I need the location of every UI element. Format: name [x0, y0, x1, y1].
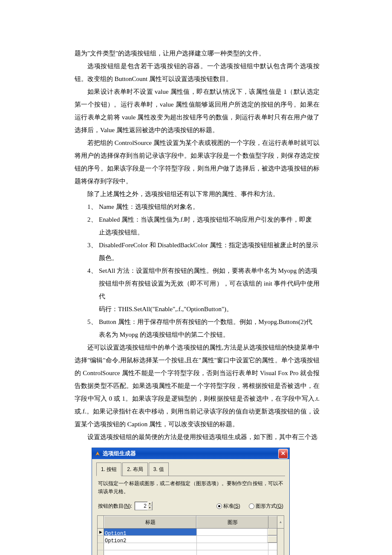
radio-standard[interactable]: 标准(S)	[216, 501, 240, 511]
scroll-up-icon[interactable]: ▲	[277, 516, 284, 528]
option-group-builder-dialog: 选项组生成器 ✕ 1. 按钮 2. 布局 3. 值 可以指定一个标题或图形，或二…	[92, 448, 290, 555]
row-indicator-icon	[98, 536, 104, 543]
table-row	[98, 550, 277, 555]
list-item-5: 5、Button 属性：用于保存组中所有按钮的一个数组。例如，Myopg.But…	[75, 315, 320, 328]
count-label: 按钮的数目(N):	[98, 501, 132, 511]
paragraph: 还可以设置选项按钮组中的单个选项按钮的属性,方法是从选项按钮组的快捷菜单中选择"…	[75, 341, 320, 431]
vertical-scrollbar[interactable]: ▼	[277, 529, 284, 555]
tab-strip: 1. 按钮 2. 布局 3. 值	[96, 462, 285, 476]
cell-graphic[interactable]	[197, 536, 268, 543]
col-header-graphic[interactable]: 图形	[196, 516, 268, 528]
grid-corner	[98, 516, 104, 528]
browse-button[interactable]	[268, 529, 277, 535]
cell-title[interactable]: Option1	[104, 529, 197, 535]
radio-icon	[216, 503, 222, 509]
paragraph: 设置选项按钮组的最简便的方法是使用按钮选项组生成器，如下图，其中有三个选	[75, 431, 320, 443]
col-header-title[interactable]: 标题	[104, 516, 196, 528]
table-row[interactable]: Option2	[98, 536, 277, 543]
close-icon[interactable]: ✕	[278, 449, 288, 459]
hint-text: 可以指定一个标题或图形，或二者都指定（图形选项）。要制作空白按钮，可以不填该单元…	[98, 480, 283, 496]
paragraph: 选项按钮组是包含若干选项按钮的容器。一个选项按钮组中默认包含两个选项按钮。改变组…	[75, 60, 320, 85]
list-item-5-cont: 表名为 Myopg 的选项按钮组中的第二个按钮。	[75, 328, 320, 341]
list-item-1: 1、Name 属性：选项按钮组的对象名。	[75, 200, 320, 213]
list-item-4: 4、SetAll 方法：设置组中所有按钮的属性。例如，要将表单中名为 Myopg…	[75, 264, 320, 277]
paragraph: 如果设计表单时不设置 value 属性值，即在默认情况下，该属性值是 1（默认选…	[75, 85, 320, 136]
list-item-4-cont2: 码行：THIS.SetAll("Enable",.f.,"OptionButto…	[75, 303, 320, 315]
document-body: 题为"文件类型"的选项按钮组，让用户选择建立哪一种类型的文件。 选项按钮组是包含…	[0, 0, 392, 555]
count-value: 2	[135, 501, 147, 511]
list-item-3: 3、DisabledForeColor 和 DisabledBackColor …	[75, 239, 320, 251]
spinner-down-icon[interactable]: ▼	[147, 506, 152, 510]
buttons-grid: 标题 图形 ▲ ▶ Option1	[97, 515, 284, 555]
col-header-browse	[268, 516, 277, 528]
paragraph: 若把组的 ControlSource 属性设置为某个表或视图的一个字段，在运行表…	[75, 136, 320, 188]
radio-graphic[interactable]: 图形方式(G)	[249, 501, 283, 511]
radio-icon	[249, 503, 254, 509]
cell-title[interactable]: Option2	[104, 536, 197, 543]
table-row	[98, 543, 277, 550]
list-item-2-cont: 止选项按钮组。	[75, 226, 320, 239]
dialog-title: 选项组生成器	[103, 448, 278, 459]
list-item-3-cont: 颜色。	[75, 251, 320, 264]
list-item-4-cont: 按钮组中所有按钮设置为无效（即不可用），可在该组的 init 事件代码中使用代	[75, 277, 320, 303]
cell-graphic[interactable]	[197, 529, 268, 535]
count-spinner[interactable]: 2 ▲ ▼	[135, 502, 153, 510]
titlebar[interactable]: 选项组生成器 ✕	[92, 448, 289, 459]
spinner-up-icon[interactable]: ▲	[147, 502, 152, 506]
tab-layout[interactable]: 2. 布局	[122, 462, 147, 476]
paragraph: 题为"文件类型"的选项按钮组，让用户选择建立哪一种类型的文件。	[75, 47, 320, 60]
list-item-2: 2、Enabled 属性：当该属性值为.f.时，选项按钮组不响应用户引发的事件，…	[75, 213, 320, 226]
browse-button[interactable]	[268, 536, 277, 543]
radio-standard-label: 标准(S)	[223, 501, 240, 511]
row-indicator-icon: ▶	[98, 529, 104, 535]
paragraph: 除了上述属性之外，选项按钮组还有以下常用的属性、事件和方法。	[75, 188, 320, 200]
tab-value[interactable]: 3. 值	[149, 462, 169, 476]
tab-buttons[interactable]: 1. 按钮	[96, 462, 121, 476]
radio-graphic-label: 图形方式(G)	[256, 501, 283, 511]
fox-icon	[94, 450, 101, 457]
table-row[interactable]: ▶ Option1	[98, 529, 277, 536]
